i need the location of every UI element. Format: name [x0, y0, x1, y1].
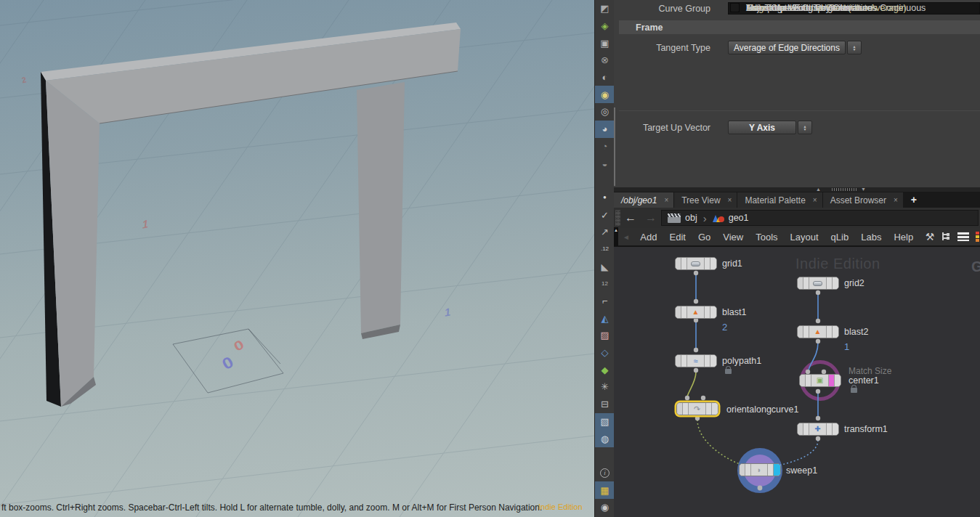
node-blast2[interactable]: ▲	[797, 325, 839, 338]
tangent-type-dropdown[interactable]: Average of Edge Directions	[728, 41, 846, 54]
right-pane: Curve Group Frame Tangent Type Average o…	[614, 0, 980, 517]
menu-list: AddEditGoViewToolsLayoutqLibLabsHelp	[634, 232, 920, 243]
color-palette-icon[interactable]	[976, 232, 980, 242]
profile-curves-icon[interactable]: ⌐	[595, 293, 615, 310]
vertex-normals-icon[interactable]: ◭	[595, 309, 615, 327]
tab-close-icon[interactable]: ×	[813, 196, 817, 204]
visibility-eye-icon[interactable]: ◉	[595, 499, 615, 516]
node-orientalongcurve1[interactable]: ↷	[676, 402, 718, 415]
point-marker-icon[interactable]: ↗	[595, 224, 615, 241]
toolbar-icon-glyph: i	[600, 468, 610, 478]
show-points-icon[interactable]: ●	[595, 190, 615, 207]
textures-icon[interactable]: ▨	[595, 327, 615, 344]
menu-item[interactable]: Layout	[784, 232, 825, 243]
toolbar-icon-glyph: ◉	[601, 90, 609, 99]
quad-layout-icon[interactable]: ▦	[595, 481, 615, 499]
sweep1-display-flag[interactable]	[774, 464, 780, 476]
node-transform1[interactable]: ✚	[797, 423, 839, 436]
menu-back-icon: ◄	[618, 233, 634, 241]
toolbar-icon-glyph: ⊟	[601, 399, 609, 409]
toolbar-icon-glyph: ◩	[600, 4, 609, 13]
tab-close-icon[interactable]: ×	[728, 196, 732, 204]
grid-node-icon	[809, 277, 827, 289]
list-view-icon[interactable]	[957, 232, 969, 242]
target-up-spinner[interactable]: ▲▼	[798, 121, 812, 134]
viewport-snapshot-icon[interactable]: ▧	[595, 413, 615, 431]
toolbar-icon-glyph: ✓	[601, 211, 609, 220]
disable-lighting-icon[interactable]: ⊗	[595, 52, 615, 69]
tree-hierarchy-icon[interactable]	[941, 232, 951, 242]
menu-item[interactable]: Help	[888, 232, 920, 243]
menu-item[interactable]: Tools	[750, 232, 784, 243]
spacer-1[interactable]	[595, 172, 615, 190]
view-pin-icon[interactable]: ◍	[595, 430, 615, 447]
toolbar-icon-glyph: ●	[603, 195, 607, 200]
splitter-grip[interactable]	[832, 188, 857, 191]
splitter-up-icon[interactable]: ▲	[816, 187, 821, 192]
breadcrumb-segment-geo1[interactable]: geo1	[729, 213, 749, 223]
point-normals-icon[interactable]: ✓	[595, 206, 615, 224]
viewport-info-icon[interactable]: i	[595, 465, 615, 482]
node-center1[interactable]: ▣	[799, 374, 841, 387]
center1-template-flag[interactable]	[829, 375, 835, 386]
tools-icon[interactable]: ⚒	[926, 231, 935, 243]
pane-tab[interactable]: Asset Browser ×	[823, 192, 903, 208]
normal-lighting-icon[interactable]: ◉	[595, 86, 615, 103]
tab-add-button[interactable]: +	[904, 194, 924, 205]
blast-node-icon: ▲	[687, 306, 705, 318]
geometry-node-icon	[713, 213, 724, 223]
menu-item[interactable]: Go	[692, 232, 716, 243]
toolbar-icon-glyph: ⌐	[602, 296, 608, 306]
uv-overlay-icon[interactable]: ◇	[595, 344, 615, 362]
toolbar-icon-glyph: ✳	[601, 382, 609, 391]
breadcrumb-grip[interactable]	[615, 210, 620, 226]
node-blast1[interactable]: ▲	[675, 306, 717, 319]
breadcrumb-segment-obj[interactable]: obj	[685, 213, 697, 223]
render-region-icon[interactable]: ◩	[595, 0, 615, 17]
high-quality-lighting-icon[interactable]: ◎	[595, 103, 615, 121]
viewport-3d[interactable]: 2 1 1 0 0 ft box-zooms. Ctrl+Right zooms…	[0, 0, 594, 517]
prim-normals-icon[interactable]: ◣	[595, 258, 615, 275]
menu-item[interactable]: Labs	[855, 232, 888, 243]
frame-section-header[interactable]: Frame	[619, 20, 980, 34]
splitter-down-icon[interactable]: ▼	[861, 187, 866, 192]
spacer-2[interactable]	[595, 447, 615, 465]
pane-tab[interactable]: Tree View ×	[674, 192, 737, 208]
fan-icon[interactable]: ✳	[595, 378, 615, 396]
tangent-type-spinner[interactable]: ▲▼	[847, 41, 862, 54]
group-overlay-icon[interactable]: ◆	[595, 361, 615, 378]
tab-close-icon[interactable]: ×	[664, 196, 668, 204]
smooth-shaded-icon[interactable]: ◕	[595, 121, 615, 138]
param-scrollbar[interactable]	[614, 107, 615, 186]
tab-close-icon[interactable]: ×	[894, 196, 898, 204]
toolbar-icon-glyph: ◭	[602, 314, 609, 323]
menu-item[interactable]: Add	[634, 232, 663, 243]
pane-tab[interactable]: Material Palette ×	[737, 192, 822, 208]
path-field[interactable]: obj › geo1	[661, 210, 979, 226]
headlight-only-icon[interactable]: ◐	[595, 69, 615, 86]
node-grid1[interactable]	[675, 257, 717, 270]
blast2-input-badge: 1	[844, 341, 849, 352]
node-grid2[interactable]	[797, 277, 839, 290]
node-type-label-center1: Match Size	[849, 366, 891, 376]
pane-tab[interactable]: /obj/geo1 ×	[614, 192, 673, 208]
toolbar-icon-glyph: ▨	[600, 330, 609, 340]
wireframe-icon[interactable]: ◒	[595, 155, 615, 172]
menu-item[interactable]: qLib	[825, 232, 855, 243]
menu-item[interactable]: Edit	[663, 232, 692, 243]
display-options-icon[interactable]: ⊟	[595, 396, 615, 413]
tab-label: Material Palette	[745, 195, 805, 205]
node-polypath1[interactable]: ≈	[675, 354, 717, 367]
node-sweep1[interactable]: ◗	[739, 463, 781, 476]
point-numbers-icon[interactable]: .12	[595, 241, 615, 258]
prim-numbers-icon[interactable]: 12	[595, 275, 615, 293]
lock-handles-icon[interactable]: ▣	[595, 34, 615, 52]
snap-mode-icon[interactable]: ◈	[595, 17, 615, 35]
menu-item[interactable]: View	[717, 232, 750, 243]
hidden-line-icon[interactable]: ◔	[595, 138, 615, 155]
forward-arrow-icon[interactable]: →	[641, 211, 661, 224]
target-up-dropdown[interactable]: Y Axis	[728, 121, 796, 134]
checkbox[interactable]	[730, 3, 740, 12]
network-editor[interactable]: Indie Edition G	[614, 247, 980, 517]
back-arrow-icon[interactable]: ←	[620, 211, 641, 224]
